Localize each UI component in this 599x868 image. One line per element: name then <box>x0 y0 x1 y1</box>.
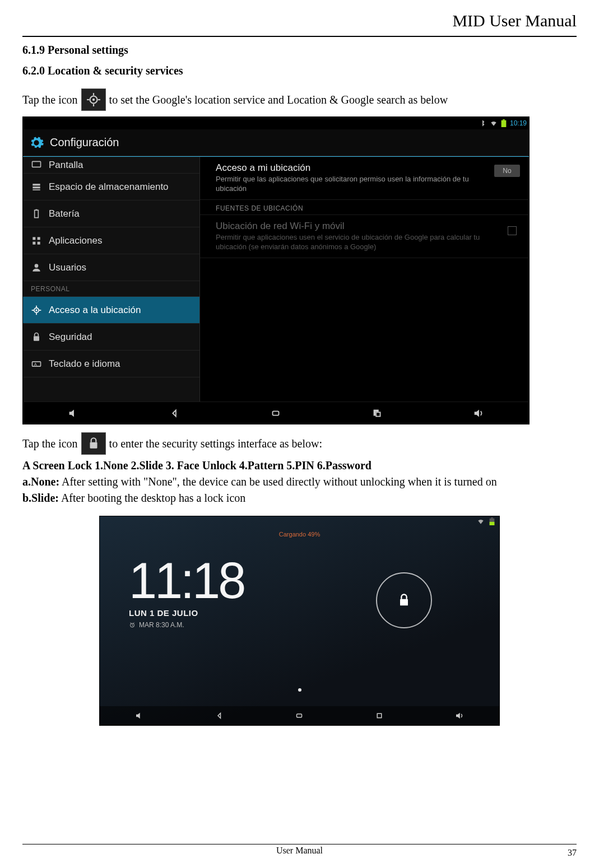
settings-sidebar: Pantalla Espacio de almacenamiento Bater… <box>23 157 200 402</box>
clock-time: 11:18 <box>129 556 244 606</box>
svg-rect-7 <box>503 119 505 120</box>
sidebar-label: Teclado e idioma <box>49 358 120 370</box>
home-icon[interactable] <box>294 711 304 721</box>
volume-down-icon[interactable] <box>134 711 145 721</box>
alarm-text: MAR 8:30 A.M. <box>139 621 184 629</box>
b-slide-text: After booting the desktop has a lock ico… <box>59 492 245 504</box>
sidebar-item-storage[interactable]: Espacio de almacenamiento <box>23 174 199 200</box>
heading-6-2-0: 6.2.0 Location & security services <box>22 64 577 77</box>
svg-rect-9 <box>32 184 40 185</box>
sidebar-item-location[interactable]: Acceso a la ubicación <box>23 297 199 324</box>
battery-icon <box>501 119 507 127</box>
intro-line-1: Tap the icon to set the Google's locatio… <box>22 88 577 111</box>
appbar-title: Configuración <box>50 136 119 149</box>
recent-icon[interactable] <box>374 711 384 721</box>
sidebar-item-security[interactable]: Seguridad <box>23 324 199 351</box>
sidebar-item-apps[interactable]: Aplicaciones <box>23 227 199 254</box>
unlock-ring[interactable] <box>376 572 432 628</box>
settings-detail-pane: Acceso a mi ubicación Permitir que las a… <box>200 157 529 402</box>
lockscreen-screenshot: Cargando 49% 11:18 LUN 1 DE JULIO MAR 8:… <box>99 516 500 726</box>
location-crosshair-icon <box>81 88 106 111</box>
lock-icon <box>31 332 42 343</box>
battery-charging-icon <box>488 517 496 525</box>
svg-point-18 <box>35 264 39 268</box>
lock-icon <box>81 432 106 455</box>
svg-rect-32 <box>490 522 495 525</box>
svg-rect-35 <box>400 599 408 606</box>
display-icon <box>31 160 42 171</box>
volume-up-icon[interactable] <box>454 711 465 721</box>
svg-rect-8 <box>32 161 41 167</box>
svg-point-20 <box>35 309 37 311</box>
sidebar-label: Espacio de almacenamiento <box>49 181 169 193</box>
page-footer: User Manual 37 <box>22 844 577 856</box>
page-indicator <box>100 688 499 692</box>
app-bar: Configuración <box>23 129 529 156</box>
svg-rect-12 <box>35 210 39 217</box>
location-crosshair-icon <box>31 305 42 316</box>
b-slide-label: b.Slide: <box>22 492 59 504</box>
sidebar-label: Acceso a la ubicación <box>49 305 141 316</box>
volume-down-icon[interactable] <box>67 407 80 419</box>
settings-gear-icon <box>29 135 44 151</box>
page-header: MID User Manual <box>22 11 577 32</box>
sidebar-item-battery[interactable]: Batería <box>23 200 199 227</box>
svg-rect-10 <box>32 186 40 188</box>
toggle-off[interactable]: No <box>494 165 520 177</box>
sidebar-label: Aplicaciones <box>49 235 102 246</box>
bluetooth-icon <box>479 119 486 127</box>
system-nav-bar <box>23 402 529 424</box>
svg-rect-16 <box>32 241 35 244</box>
svg-rect-36 <box>297 714 302 717</box>
pref-location-access[interactable]: Acceso a mi ubicación Permitir que las a… <box>200 157 529 200</box>
checkbox-unchecked[interactable] <box>508 226 517 235</box>
svg-rect-30 <box>90 442 97 449</box>
b-slide-line: b.Slide: After booting the desktop has a… <box>22 491 577 506</box>
home-icon[interactable] <box>270 407 282 419</box>
svg-rect-29 <box>376 412 380 416</box>
pref-wifi-location[interactable]: Ubicación de red Wi-Fi y móvil Permitir … <box>200 215 529 258</box>
back-icon[interactable] <box>215 711 225 721</box>
sidebar-label: Pantalla <box>49 160 83 171</box>
screenlock-options: A Screen Lock 1.None 2.Slide 3. Face Unl… <box>22 458 577 473</box>
footer-text: User Manual <box>276 846 323 855</box>
page-number: 37 <box>568 848 577 858</box>
status-clock: 10:19 <box>510 119 527 127</box>
sidebar-item-pantalla[interactable]: Pantalla <box>23 157 199 174</box>
pref-title: Ubicación de red Wi-Fi y móvil <box>216 221 495 232</box>
settings-screenshot: 10:19 Configuración Pantalla Espacio de … <box>22 116 530 424</box>
svg-rect-6 <box>502 120 507 127</box>
battery-icon <box>31 208 42 220</box>
intro-line-1a: Tap the icon <box>22 94 78 106</box>
svg-rect-37 <box>377 713 382 718</box>
clock-widget: 11:18 LUN 1 DE JULIO MAR 8:30 A.M. <box>129 556 244 629</box>
user-icon <box>31 262 42 273</box>
svg-rect-28 <box>273 411 279 415</box>
system-nav-bar <box>100 706 499 725</box>
keyboard-icon: A <box>31 358 42 370</box>
volume-up-icon[interactable] <box>472 407 485 419</box>
svg-rect-15 <box>38 237 40 240</box>
svg-text:A: A <box>34 361 37 366</box>
sidebar-label: Usuarios <box>49 262 86 273</box>
a-none-line: a.None: After setting with "None", the d… <box>22 474 577 489</box>
svg-rect-17 <box>38 241 40 244</box>
svg-point-1 <box>92 99 94 101</box>
a-none-label: a.None: <box>22 475 59 488</box>
svg-rect-25 <box>34 336 39 340</box>
clock-date: LUN 1 DE JULIO <box>129 608 244 618</box>
a-none-text: After setting with "None", the device ca… <box>59 475 497 488</box>
intro-line-1b: to set the Google's location service and… <box>109 94 448 106</box>
sidebar-item-language[interactable]: A Teclado e idioma <box>23 351 199 377</box>
sidebar-label: Seguridad <box>49 332 92 343</box>
status-bar <box>100 516 499 526</box>
svg-rect-11 <box>32 189 40 190</box>
back-icon[interactable] <box>169 407 181 419</box>
alarm-icon <box>129 622 136 628</box>
intro-line-2b: to enter the security settings interface… <box>109 437 322 450</box>
sidebar-item-users[interactable]: Usuarios <box>23 254 199 281</box>
recent-icon[interactable] <box>371 407 383 419</box>
pref-title: Acceso a mi ubicación <box>216 162 495 174</box>
sidebar-section-personal: PERSONAL <box>23 281 199 297</box>
pref-subtitle: Permitir que aplicaciones usen el servic… <box>216 233 495 252</box>
